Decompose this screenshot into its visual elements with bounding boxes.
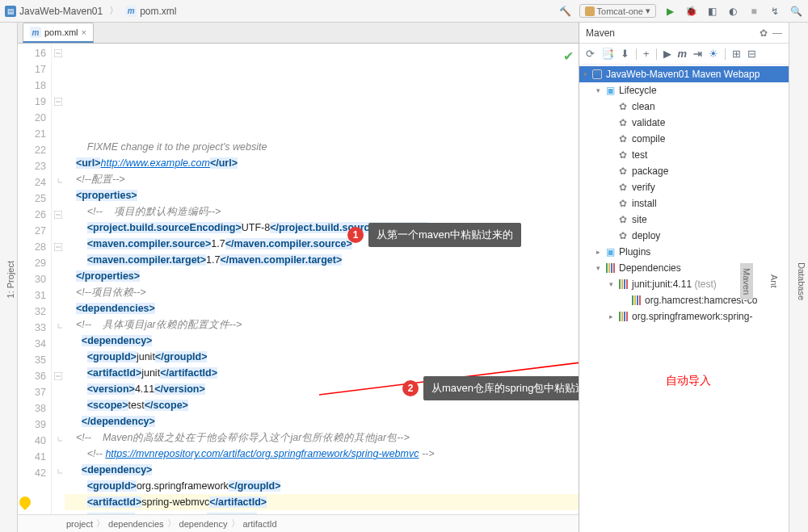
fold-column [52, 44, 65, 514]
show-deps-icon[interactable]: ⊞ [732, 48, 741, 60]
sidebar-database[interactable]: Database [795, 258, 808, 305]
tree-test[interactable]: ✿test [579, 147, 789, 163]
toolbar-actions: 🔨 Tomcat-one ▾ ▶ 🐞 ◧ ◐ ■ ↯ 🔍 [558, 4, 803, 19]
editor[interactable]: 1617181920212223242526272829303132333435… [18, 44, 579, 514]
generate-icon[interactable]: 📑 [601, 48, 614, 60]
tab-label: pom.xml [44, 27, 78, 37]
tree-dep-hamcrest[interactable]: org.hamcrest:hamcrest-co [579, 292, 789, 308]
sidebar-right: Database Ant Maven [789, 23, 808, 532]
main-area: 1: Project 7: Structure Web 2: Favorites… [0, 23, 808, 532]
tree-deploy[interactable]: ✿deploy [579, 228, 789, 244]
bc-dep[interactable]: dependency [179, 519, 228, 529]
badge-2: 2 [402, 380, 419, 396]
tab-pom[interactable]: m pom.xml × [23, 23, 94, 43]
refresh-icon[interactable]: ⟳ [586, 48, 595, 60]
maven-header: Maven ✿ — [579, 23, 789, 44]
bc-project[interactable]: project [66, 519, 93, 529]
bc-artifact[interactable]: artifactId [243, 519, 277, 529]
tree-compile[interactable]: ✿compile [579, 131, 789, 147]
breadcrumb-trail[interactable]: ▤ JavaWeb-Maven01 〉 m pom.xml [5, 4, 177, 18]
tree-verify[interactable]: ✿verify [579, 179, 789, 195]
gutter: 1617181920212223242526272829303132333435… [18, 44, 52, 514]
annotation-1: 1 从第一个maven中粘贴过来的 [347, 223, 521, 247]
annotation-2: 2 从maven仓库的spring包中粘贴过来的 [402, 376, 579, 400]
tree-validate[interactable]: ✿validate [579, 115, 789, 131]
dropdown-icon: ▾ [646, 6, 650, 16]
add-icon[interactable]: + [643, 48, 650, 60]
tree-dep-junit[interactable]: ▾junit:junit:4.11 (test) [579, 276, 789, 292]
stop-icon[interactable]: ■ [747, 4, 761, 19]
bubble-1: 从第一个maven中粘贴过来的 [368, 223, 521, 247]
run-config: Tomcat-one [597, 6, 643, 16]
run-icon[interactable]: ▶ [663, 4, 677, 19]
sidebar-ant[interactable]: Ant [768, 270, 781, 293]
maven-file-icon: m [125, 6, 137, 17]
red-annotation: 自动导入 [666, 374, 711, 388]
minimize-icon[interactable]: — [772, 27, 782, 39]
tree-clean[interactable]: ✿clean [579, 98, 789, 115]
vcs-icon[interactable]: ↯ [768, 4, 782, 19]
sidebar-left: 1: Project 7: Structure Web 2: Favorites [0, 23, 18, 532]
profile-icon[interactable]: ◐ [726, 4, 740, 19]
coverage-icon[interactable]: ◧ [705, 4, 719, 19]
run-config-selector[interactable]: Tomcat-one ▾ [579, 4, 656, 18]
debug-icon[interactable]: 🐞 [684, 4, 698, 19]
maven-title: Maven [586, 27, 615, 39]
search-icon[interactable]: 🔍 [789, 4, 803, 19]
tree-root[interactable]: ▾JavaWeb-Maven01 Maven Webapp [579, 66, 789, 82]
download-icon[interactable]: ⬇ [621, 48, 629, 60]
maven-icon[interactable]: m [678, 48, 688, 60]
crumb-project: JavaWeb-Maven01 [19, 6, 103, 17]
tree-site[interactable]: ✿site [579, 212, 789, 228]
tree-plugins[interactable]: ▸▣Plugins [579, 244, 789, 260]
crumb-file: pom.xml [140, 6, 176, 17]
top-toolbar: ▤ JavaWeb-Maven01 〉 m pom.xml 🔨 Tomcat-o… [0, 0, 808, 23]
close-icon[interactable]: × [82, 27, 86, 37]
tabbar: m pom.xml × [18, 23, 579, 44]
build-icon[interactable]: 🔨 [558, 4, 573, 19]
sidebar-project[interactable]: 1: Project [4, 256, 17, 303]
bubble-2: 从maven仓库的spring包中粘贴过来的 [423, 376, 579, 400]
tree-deps[interactable]: ▾Dependencies [579, 260, 789, 276]
check-icon: ✔ [563, 47, 574, 67]
crumb-sep: 〉 [109, 4, 119, 18]
tomcat-icon [585, 6, 595, 16]
tree-install[interactable]: ✿install [579, 195, 789, 212]
tree-lifecycle[interactable]: ▾▣Lifecycle [579, 82, 789, 98]
maven-toolbar: ⟳ 📑 ⬇ + ▶ m ⇥ ☀ ⊞ ⊟ [579, 44, 789, 65]
breadcrumb-bar[interactable]: project〉 dependencies〉 dependency〉 artif… [18, 514, 579, 532]
run-icon[interactable]: ▶ [663, 48, 671, 60]
code[interactable]: ✔ 1 从第一个maven中粘贴过来的 2 从maven仓库的spring包中粘… [65, 44, 579, 514]
project-icon: ▤ [5, 6, 16, 17]
editor-area: m pom.xml × 1617181920212223242526272829… [18, 23, 579, 532]
gear-icon[interactable]: ✿ [760, 27, 768, 39]
bc-deps[interactable]: dependencies [108, 519, 164, 529]
badge-1: 1 [347, 227, 364, 243]
skip-tests-icon[interactable]: ⇥ [693, 48, 702, 60]
collapse-icon[interactable]: ⊟ [747, 48, 756, 60]
sidebar-maven[interactable]: Maven [740, 263, 753, 300]
offline-icon[interactable]: ☀ [709, 48, 718, 60]
tree-package[interactable]: ✿package [579, 163, 789, 179]
maven-file-icon: m [30, 27, 41, 38]
maven-panel: Maven ✿ — ⟳ 📑 ⬇ + ▶ m ⇥ ☀ ⊞ ⊟ ▾JavaWeb-M… [579, 23, 789, 532]
maven-tree[interactable]: ▾JavaWeb-Maven01 Maven Webapp ▾▣Lifecycl… [579, 65, 789, 532]
tree-dep-spring[interactable]: ▸org.springframework:spring- [579, 308, 789, 325]
